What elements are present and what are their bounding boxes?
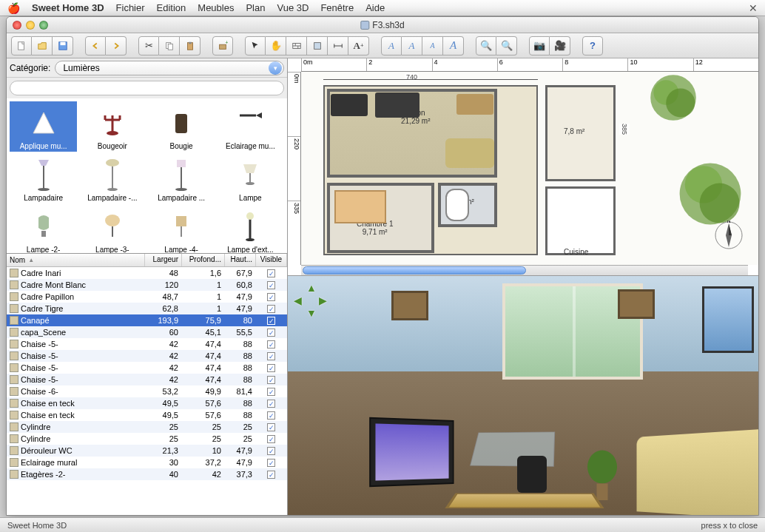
visible-checkbox[interactable]: ✓ xyxy=(267,317,275,325)
catalog-item[interactable]: Lampadaire -... xyxy=(78,153,146,203)
furniture-sofa[interactable] xyxy=(445,138,494,168)
apple-icon[interactable]: 🍎 xyxy=(7,2,20,14)
plan-view[interactable]: 0m 2 4 6 8 10 12 0m 220 335 740 xyxy=(288,58,758,276)
nav-3d-widget[interactable]: ▲ ▼ ◀ ▶ xyxy=(295,283,328,316)
visible-checkbox[interactable]: ✓ xyxy=(267,329,275,337)
catalog-item[interactable]: Lampadaire xyxy=(10,153,77,203)
catalog-item[interactable]: Lampe -4- xyxy=(148,205,215,254)
catalog-item[interactable]: Applique mu... xyxy=(10,101,77,152)
furniture-bathtub[interactable] xyxy=(445,189,469,221)
catalog-item[interactable]: Lampe -2- xyxy=(10,205,77,254)
zoom-out-button[interactable]: 🔍 xyxy=(496,36,517,55)
menu-fenetre[interactable]: Fenêtre xyxy=(320,2,354,13)
dimension-tool-button[interactable] xyxy=(328,36,348,55)
furniture-bed[interactable] xyxy=(334,190,386,223)
furniture-table-body[interactable]: Cadre Inari 48 1,6 67,9 ✓ Cadre Mont Bla… xyxy=(7,267,287,515)
table-row[interactable]: Cadre Mont Blanc 120 1 60,8 ✓ xyxy=(7,279,287,291)
new-file-button[interactable] xyxy=(11,36,32,55)
visible-checkbox[interactable]: ✓ xyxy=(267,411,275,420)
take-photo-button[interactable]: 📷 xyxy=(529,36,550,55)
plant-icon[interactable] xyxy=(677,161,744,227)
menu-fichier[interactable]: Fichier xyxy=(116,2,145,13)
visible-checkbox[interactable]: ✓ xyxy=(267,364,275,372)
redo-button[interactable] xyxy=(106,36,127,55)
menu-meubles[interactable]: Meubles xyxy=(198,2,234,13)
text-decrease-button[interactable]: A xyxy=(443,36,464,55)
text-increase-button[interactable]: A xyxy=(422,36,443,55)
zoom-in-button[interactable]: 🔍 xyxy=(476,36,496,55)
catalog-item[interactable]: Lampe d'ext... xyxy=(217,205,284,254)
visible-checkbox[interactable]: ✓ xyxy=(267,471,275,479)
plan-scrollbar-h[interactable] xyxy=(301,265,748,275)
plan-canvas[interactable]: 740 Salon21,29 m² Chambre 19,71 m² xyxy=(301,72,758,265)
furniture-icon[interactable] xyxy=(456,94,493,115)
open-file-button[interactable] xyxy=(32,36,53,55)
cut-button[interactable]: ✂ xyxy=(138,36,159,55)
col-header-visible[interactable]: Visible xyxy=(256,254,287,266)
col-header-depth[interactable]: Profond... xyxy=(182,254,225,266)
table-row[interactable]: Cadre Papillon 48,7 1 47,9 ✓ xyxy=(7,291,287,303)
table-row[interactable]: Cadre Tigre 62,8 1 47,9 ✓ xyxy=(7,303,287,314)
text-tool-button[interactable]: A+ xyxy=(348,36,369,55)
visible-checkbox[interactable]: ✓ xyxy=(267,352,275,360)
window-zoom-button[interactable] xyxy=(39,21,48,30)
menu-edition[interactable]: Edition xyxy=(157,2,186,13)
visible-checkbox[interactable]: ✓ xyxy=(267,293,275,301)
table-row[interactable]: Chaise en teck 49,5 57,6 88 ✓ xyxy=(7,397,287,409)
help-button[interactable]: ? xyxy=(582,36,603,55)
category-select[interactable]: Lumières xyxy=(55,61,284,75)
catalog-item[interactable]: Lampadaire ... xyxy=(148,153,215,203)
text-style1-button[interactable]: A xyxy=(381,36,402,55)
view-3d[interactable]: ▲ ▼ ◀ ▶ xyxy=(288,276,758,515)
table-row[interactable]: Chaise -5- 42 47,4 88 ✓ xyxy=(7,338,287,350)
text-style2-button[interactable]: A xyxy=(402,36,422,55)
catalog-search-input[interactable] xyxy=(10,81,284,95)
paste-button[interactable] xyxy=(180,36,200,55)
visible-checkbox[interactable]: ✓ xyxy=(267,376,275,384)
catalog-item[interactable]: Bougeoir xyxy=(78,101,146,152)
table-row[interactable]: Chaise -5- 42 47,4 88 ✓ xyxy=(7,374,287,385)
create-video-button[interactable]: 🎥 xyxy=(550,36,570,55)
copy-button[interactable] xyxy=(159,36,180,55)
menu-vue3d[interactable]: Vue 3D xyxy=(277,2,309,13)
undo-button[interactable] xyxy=(85,36,106,55)
pan-tool-button[interactable]: ✋ xyxy=(266,36,286,55)
table-row[interactable]: Dérouleur WC 21,3 10 47,9 ✓ xyxy=(7,445,287,457)
col-header-width[interactable]: Largeur xyxy=(145,254,182,266)
furniture-icon[interactable] xyxy=(375,92,419,118)
select-tool-button[interactable] xyxy=(245,36,266,55)
visible-checkbox[interactable]: ✓ xyxy=(267,435,275,443)
close-overlay-icon[interactable]: ✕ xyxy=(749,2,758,14)
table-row[interactable]: Cylindre 25 25 25 ✓ xyxy=(7,421,287,433)
catalog-item[interactable]: Eclairage mu... xyxy=(217,101,284,152)
table-row[interactable]: Eclairage mural 30 37,2 47,9 ✓ xyxy=(7,457,287,468)
wall-tool-button[interactable] xyxy=(286,36,307,55)
table-row[interactable]: Chaise en teck 49,5 57,6 88 ✓ xyxy=(7,409,287,421)
furniture-icon[interactable] xyxy=(331,94,368,116)
table-row[interactable]: capa_Scene 60 45,1 55,5 ✓ xyxy=(7,326,287,338)
app-menu[interactable]: Sweet Home 3D xyxy=(32,2,104,13)
catalog-item[interactable]: Bougie xyxy=(148,101,215,152)
col-header-name[interactable]: Nom xyxy=(7,254,145,266)
add-furniture-button[interactable]: + xyxy=(212,36,233,55)
save-file-button[interactable] xyxy=(53,36,73,55)
menu-plan[interactable]: Plan xyxy=(246,2,265,13)
visible-checkbox[interactable]: ✓ xyxy=(267,269,275,277)
catalog-item[interactable]: Lampe xyxy=(217,153,284,203)
visible-checkbox[interactable]: ✓ xyxy=(267,400,275,408)
table-row[interactable]: Cylindre 25 25 25 ✓ xyxy=(7,433,287,445)
room-tool-button[interactable] xyxy=(307,36,328,55)
visible-checkbox[interactable]: ✓ xyxy=(267,423,275,431)
visible-checkbox[interactable]: ✓ xyxy=(267,281,275,289)
window-close-button[interactable] xyxy=(13,21,21,30)
plant-icon[interactable] xyxy=(647,72,699,124)
table-row[interactable]: Chaise -6- 53,2 49,9 81,4 ✓ xyxy=(7,385,287,397)
catalog-item[interactable]: Lampe -3- xyxy=(78,205,146,254)
table-row[interactable]: Chaise -5- 42 47,4 88 ✓ xyxy=(7,350,287,362)
visible-checkbox[interactable]: ✓ xyxy=(267,340,275,349)
visible-checkbox[interactable]: ✓ xyxy=(267,459,275,467)
visible-checkbox[interactable]: ✓ xyxy=(267,447,275,455)
table-row[interactable]: Cadre Inari 48 1,6 67,9 ✓ xyxy=(7,267,287,279)
visible-checkbox[interactable]: ✓ xyxy=(267,305,275,313)
visible-checkbox[interactable]: ✓ xyxy=(267,388,275,396)
